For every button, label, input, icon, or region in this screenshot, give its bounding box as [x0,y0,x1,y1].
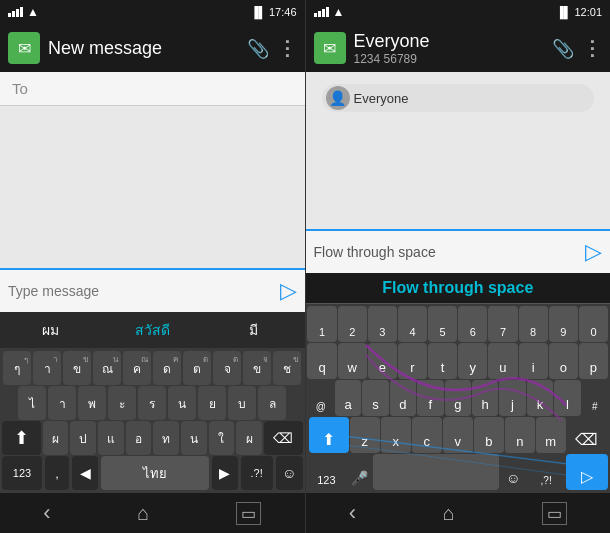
attach-icon-left[interactable] [247,37,269,60]
back-btn-right[interactable]: ‹ [349,500,356,526]
thai-key-2-4[interactable]: ะ [108,386,136,420]
thai-del-key[interactable]: ⌫ [264,421,303,455]
key-z[interactable]: z [350,417,380,453]
sym-key[interactable]: 123 [308,454,346,490]
space-key[interactable] [373,454,499,490]
thai-key-1-5[interactable]: ณค [123,351,151,385]
key-f[interactable]: f [417,380,443,416]
key-g[interactable]: g [445,380,471,416]
thai-suggestion-1[interactable]: ผม [0,312,102,348]
mic-key[interactable]: 🎤 [346,454,372,490]
thai-key-1-6[interactable]: คด [153,351,181,385]
del-key[interactable]: ⌫ [567,417,607,453]
key-v[interactable]: v [443,417,473,453]
key-p[interactable]: p [579,343,608,379]
key-6[interactable]: 6 [458,306,487,342]
thai-key-3-2[interactable]: ป [70,421,96,455]
thai-key-2-8[interactable]: บ [228,386,256,420]
thai-comma-key[interactable]: , [45,456,69,490]
key-h[interactable]: h [472,380,498,416]
key-i[interactable]: i [519,343,548,379]
thai-key-1-10[interactable]: ขช [273,351,301,385]
thai-key-2-5[interactable]: ร [138,386,166,420]
key-r[interactable]: r [398,343,427,379]
key-hash[interactable]: # [582,380,608,416]
thai-key-2-2[interactable]: า [48,386,76,420]
thai-suggestion-2[interactable]: สวัสดี [102,312,204,348]
key-u[interactable]: u [488,343,517,379]
key-1[interactable]: 1 [307,306,336,342]
key-k[interactable]: k [527,380,553,416]
key-7[interactable]: 7 [488,306,517,342]
punct-key[interactable]: ,?! [527,454,565,490]
key-s[interactable]: s [362,380,388,416]
key-l[interactable]: l [554,380,580,416]
key-5[interactable]: 5 [428,306,457,342]
key-q[interactable]: q [307,343,336,379]
key-y[interactable]: y [458,343,487,379]
key-2[interactable]: 2 [338,306,367,342]
key-8[interactable]: 8 [519,306,548,342]
key-at[interactable]: @ [308,380,334,416]
emoji-key[interactable]: ☺ [500,454,526,490]
key-m[interactable]: m [536,417,566,453]
thai-key-3-4[interactable]: อ [126,421,152,455]
send-button-right[interactable]: ▷ [585,239,602,265]
thai-key-3-8[interactable]: ผ [236,421,262,455]
more-icon-right[interactable] [582,36,602,60]
send-button-left[interactable]: ▷ [280,278,297,304]
thai-num-key[interactable]: 123 [2,456,42,490]
key-0[interactable]: 0 [579,306,608,342]
thai-key-1-1[interactable]: ๆๆ [3,351,31,385]
thai-key-3-5[interactable]: ท [153,421,179,455]
to-input[interactable] [36,80,293,97]
key-o[interactable]: o [549,343,578,379]
key-e[interactable]: e [368,343,397,379]
thai-key-2-1[interactable]: ไ [18,386,46,420]
thai-suggestion-3[interactable]: มี [203,312,305,348]
key-n[interactable]: n [505,417,535,453]
key-9[interactable]: 9 [549,306,578,342]
thai-key-3-3[interactable]: แ [98,421,124,455]
thai-key-1-3[interactable]: ขข [63,351,91,385]
key-b[interactable]: b [474,417,504,453]
more-icon-left[interactable] [277,36,297,60]
thai-key-1-7[interactable]: ดต [183,351,211,385]
thai-key-3-6[interactable]: น [181,421,207,455]
key-3[interactable]: 3 [368,306,397,342]
thai-key-3-7[interactable]: ใ [209,421,235,455]
thai-shift-left[interactable]: ⬆ [2,421,41,455]
thai-emoji-key[interactable]: ☺ [276,456,303,490]
recent-btn-right[interactable]: ▭ [542,502,567,525]
back-btn-left[interactable]: ‹ [43,500,50,526]
thai-key-2-7[interactable]: ย [198,386,226,420]
thai-key-2-3[interactable]: พ [78,386,106,420]
thai-space-key[interactable]: ไทย [101,456,209,490]
key-t[interactable]: t [428,343,457,379]
key-d[interactable]: d [390,380,416,416]
thai-arrow-left[interactable]: ◀ [72,456,98,490]
key-a[interactable]: a [335,380,361,416]
key-x[interactable]: x [381,417,411,453]
enter-key[interactable]: ▷ [566,454,608,490]
recent-btn-left[interactable]: ▭ [236,502,261,525]
thai-key-1-9[interactable]: จข [243,351,271,385]
compose-input-left[interactable] [8,283,272,299]
home-btn-right[interactable]: ⌂ [443,502,455,525]
attach-icon-right[interactable] [552,37,574,60]
recipient-chip[interactable]: 👤 Everyone [322,84,595,112]
home-btn-left[interactable]: ⌂ [137,502,149,525]
thai-arrow-right[interactable]: ▶ [212,456,238,490]
thai-punct-key[interactable]: .?! [241,456,273,490]
thai-key-1-4[interactable]: นณ [93,351,121,385]
thai-key-2-9[interactable]: ล [258,386,286,420]
thai-key-2-6[interactable]: น [168,386,196,420]
key-c[interactable]: c [412,417,442,453]
thai-key-3-1[interactable]: ผ [43,421,69,455]
key-4[interactable]: 4 [398,306,427,342]
shift-key[interactable]: ⬆ [309,417,349,453]
compose-input-right[interactable] [314,244,578,260]
key-j[interactable]: j [499,380,525,416]
key-w[interactable]: w [338,343,367,379]
thai-key-1-8[interactable]: ตจ [213,351,241,385]
